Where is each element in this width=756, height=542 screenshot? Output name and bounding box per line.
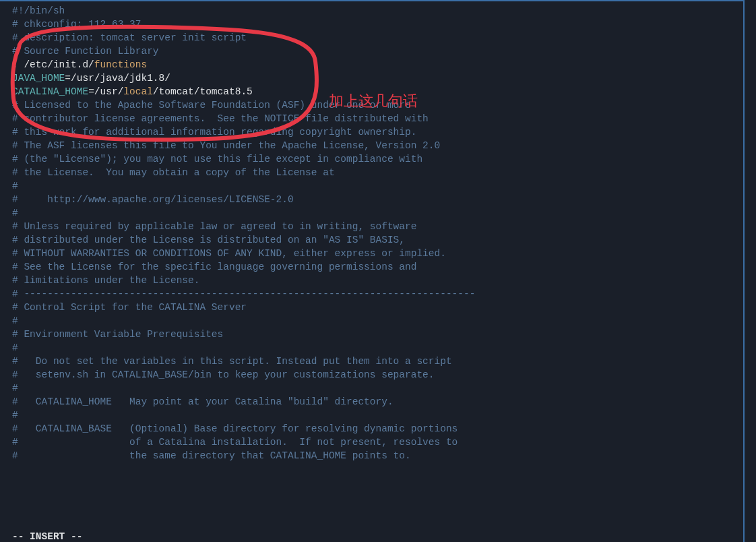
comment-license: # this work for additional information r… [12, 127, 416, 138]
annotation-text: 加上这几句话 [329, 94, 418, 108]
comment-license: # Unless required by applicable law or a… [12, 221, 416, 232]
comment: # [12, 383, 18, 394]
comment-catalina-base: # the same directory that CATALINA_HOME … [12, 450, 411, 461]
comment-source: # Source Function Library [12, 46, 159, 57]
comment-control-script: # Control Script for the CATALINA Server [12, 302, 247, 313]
comment: # [12, 342, 18, 353]
comment-catalina-base: # of a Catalina installation. If not pre… [12, 437, 458, 448]
java-home-line: JAVA_HOME=/usr/java/jdk1.8/ [0, 71, 743, 85]
comment-license: # (the "License"); you may not use this … [12, 154, 422, 164]
comment: # [12, 315, 18, 326]
comment-license: # See the License for the specific langu… [12, 262, 416, 272]
code-editor[interactable]: #!/bin/sh # chkconfig: 112 63 37 # descr… [0, 0, 745, 542]
vim-status-mode: -- INSERT -- [12, 530, 82, 542]
comment-catalina-home: # CATALINA_HOME May point at your Catali… [12, 396, 393, 407]
shebang-line: #!/bin/sh [12, 5, 65, 16]
source-functions-line: . /etc/init.d/functions [0, 58, 743, 71]
comment-license: # [12, 208, 18, 218]
comment-license-url: # http://www.apache.org/licenses/LICENSE… [12, 194, 294, 205]
comment-catalina-base: # CATALINA_BASE (Optional) Base director… [12, 423, 458, 434]
comment-license: # WITHOUT WARRANTIES OR CONDITIONS OF AN… [12, 248, 446, 259]
comment-env-prereq: # Environment Variable Prerequisites [12, 329, 223, 340]
comment-license: # limitations under the License. [12, 275, 199, 286]
comment-license: # the License. You may obtain a copy of … [12, 167, 335, 178]
comment-license: # contributor license agreements. See th… [12, 113, 429, 124]
comment-license: # distributed under the License is distr… [12, 235, 405, 245]
comment-chkconfig: # chkconfig: 112 63 37 [12, 19, 141, 30]
comment-setenv: # setenv.sh in CATALINA_BASE/bin to keep… [12, 369, 435, 380]
comment-divider: # --------------------------------------… [12, 289, 475, 299]
comment-setenv: # Do not set the variables in this scrip… [12, 356, 452, 367]
comment-license: # [12, 181, 18, 191]
comment: # [12, 410, 18, 421]
comment-description: # description: tomcat server init script [12, 32, 247, 43]
comment-license: # The ASF licenses this file to You unde… [12, 140, 440, 151]
